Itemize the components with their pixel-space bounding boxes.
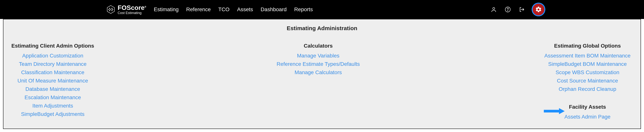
nav-assets[interactable]: Assets <box>237 6 253 12</box>
nav-tco[interactable]: TCO <box>218 6 230 12</box>
heading-calculators: Calculators <box>304 43 333 49</box>
svg-point-3 <box>109 9 109 10</box>
heading-global-options: Estimating Global Options <box>554 43 621 49</box>
svg-point-4 <box>110 9 111 10</box>
user-icon[interactable] <box>490 5 498 14</box>
nav-dashboard[interactable]: Dashboard <box>261 6 287 12</box>
link-simplebudget-adjustments[interactable]: SimpleBudget Adjustments <box>21 111 85 117</box>
col-client-admin: Estimating Client Admin Options Applicat… <box>7 43 98 120</box>
svg-point-2 <box>112 8 112 9</box>
page-title: Estimating Administration <box>7 25 637 32</box>
brand-text: FOScore® Cost Estimating <box>118 4 146 14</box>
link-item-adjustments[interactable]: Item Adjustments <box>32 103 73 109</box>
link-database-maintenance[interactable]: Database Maintenance <box>26 86 80 92</box>
brand-logo: FOScore® Cost Estimating <box>106 4 146 14</box>
link-team-directory-maintenance[interactable]: Team Directory Maintenance <box>19 61 86 67</box>
heading-facility-assets: Facility Assets <box>569 104 606 110</box>
link-assets-admin-page[interactable]: Assets Admin Page <box>564 114 610 120</box>
arrow-icon <box>544 107 565 115</box>
admin-panel: Estimating Administration Estimating Cli… <box>3 19 641 129</box>
link-scope-wbs-customization[interactable]: Scope WBS Customization <box>556 70 619 76</box>
link-application-customization[interactable]: Application Customization <box>22 53 83 59</box>
svg-point-1 <box>110 8 110 9</box>
svg-marker-12 <box>559 108 565 114</box>
link-orphan-record-cleanup[interactable]: Orphan Record Cleanup <box>558 86 616 92</box>
logout-icon[interactable] <box>518 5 526 14</box>
main-nav: Estimating Reference TCO Assets Dashboar… <box>154 6 313 12</box>
svg-point-6 <box>110 10 110 11</box>
link-simplebudget-bom[interactable]: SimpleBudget BOM Maintenance <box>548 61 627 67</box>
col-global-options: Estimating Global Options Assessment Ite… <box>538 43 637 120</box>
logo-hex-icon <box>106 5 115 14</box>
settings-gear-highlighted[interactable] <box>532 3 545 16</box>
topbar-right <box>490 3 545 16</box>
link-manage-variables[interactable]: Manage Variables <box>297 53 340 59</box>
nav-reports[interactable]: Reports <box>294 6 313 12</box>
nav-reference[interactable]: Reference <box>186 6 210 12</box>
brand-tagline: Cost Estimating <box>118 11 146 14</box>
heading-client-admin: Estimating Client Admin Options <box>12 43 94 49</box>
link-classification-maintenance[interactable]: Classification Maintenance <box>21 70 84 76</box>
link-escalation-maintenance[interactable]: Escalation Maintenance <box>24 94 81 100</box>
svg-point-7 <box>112 10 112 11</box>
nav-estimating[interactable]: Estimating <box>154 6 179 12</box>
topbar: FOScore® Cost Estimating Estimating Refe… <box>0 0 644 19</box>
link-assessment-item-bom[interactable]: Assessment Item BOM Maintenance <box>544 53 630 59</box>
link-manage-calculators[interactable]: Manage Calculators <box>294 70 342 76</box>
brand-name: FOScore® <box>118 4 146 11</box>
col-calculators: Calculators Manage Variables Reference E… <box>98 43 538 120</box>
svg-point-8 <box>493 8 495 10</box>
help-icon[interactable] <box>504 5 512 14</box>
link-cost-source-maintenance[interactable]: Cost Source Maintenance <box>557 78 618 84</box>
svg-point-10 <box>508 10 508 11</box>
link-unit-of-measure-maintenance[interactable]: Unit Of Measure Maintenance <box>18 78 88 84</box>
admin-columns: Estimating Client Admin Options Applicat… <box>7 43 637 120</box>
link-reference-estimate-types[interactable]: Reference Estimate Types/Defaults <box>277 61 360 67</box>
svg-point-5 <box>112 9 113 10</box>
